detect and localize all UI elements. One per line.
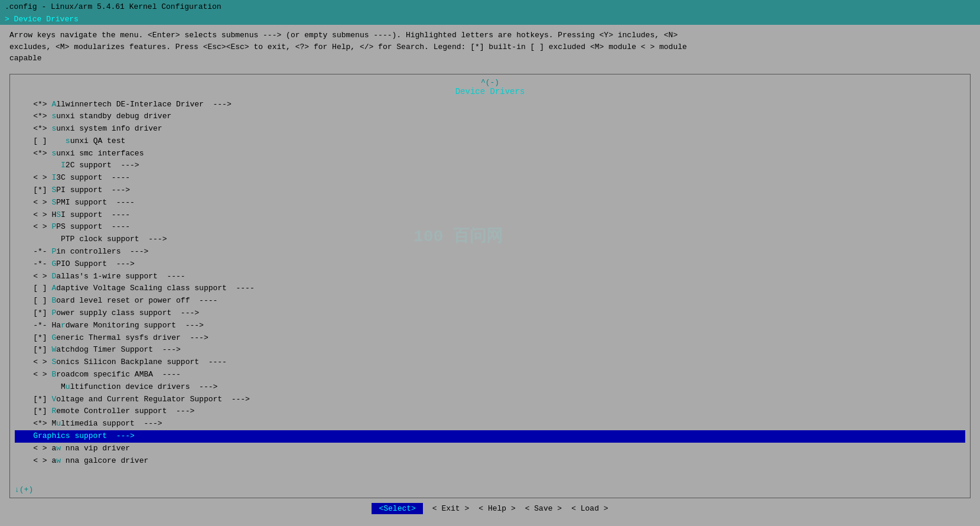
menu-item[interactable]: [*] Power supply class support --->	[15, 307, 965, 320]
menu-item[interactable]: < > HSI support ----	[15, 209, 965, 222]
menu-item[interactable]: [*] Generic Thermal sysfs driver --->	[15, 332, 965, 345]
menu-item[interactable]: -*- GPIO Support --->	[15, 258, 965, 271]
menu-item[interactable]: <*> sunxi standby debug driver	[15, 111, 965, 123]
main-panel: ^(-) Device Drivers <*> Allwinnertech DE…	[0, 69, 980, 527]
breadcrumb-text: > Device Drivers	[5, 15, 79, 24]
help-text: Arrow keys navigate the menu. <Enter> se…	[0, 25, 980, 69]
menu-item[interactable]: < > Dallas's 1-wire support ----	[15, 271, 965, 283]
menu-item[interactable]: [*] Watchdog Timer Support --->	[15, 344, 965, 356]
menu-item[interactable]: PTP clock support --->	[15, 233, 965, 246]
menu-item[interactable]: <*> sunxi system info driver	[15, 123, 965, 135]
breadcrumb: > Device Drivers	[0, 14, 980, 25]
menu-item[interactable]: [*] Voltage and Current Regulator Suppor…	[15, 394, 965, 406]
menu-item[interactable]: < > aw nna vip driver	[15, 443, 965, 455]
menu-item[interactable]: < > Sonics Silicon Backplane support ---…	[15, 356, 965, 369]
select-button[interactable]: <Select>	[372, 503, 422, 514]
exit-button[interactable]: < Exit >	[432, 504, 469, 513]
menu-content: <*> Allwinnertech DE-Interlace Driver --…	[15, 99, 965, 486]
menu-item[interactable]: [ ] sunxi QA test	[15, 135, 965, 148]
save-button[interactable]: < Save >	[525, 504, 562, 513]
panel-border: ^(-) Device Drivers <*> Allwinnertech DE…	[9, 74, 971, 499]
bottom-bar: <Select> < Exit > < Help > < Save > < Lo…	[9, 498, 971, 521]
scroll-top-indicator: ^(-)	[15, 78, 965, 87]
help-line3: capable	[9, 53, 971, 64]
menu-item[interactable]: Graphics support --->	[15, 430, 965, 443]
title-text: .config - Linux/arm 5.4.61 Kernel Config…	[5, 2, 222, 11]
menu-item[interactable]: <*> sunxi smc interfaces	[15, 148, 965, 160]
help-line1: Arrow keys navigate the menu. <Enter> se…	[9, 30, 971, 41]
menu-item[interactable]: I2C support --->	[15, 160, 965, 172]
menu-item[interactable]: [*] SPI support --->	[15, 184, 965, 197]
panel-title: Device Drivers	[15, 87, 965, 96]
title-bar: .config - Linux/arm 5.4.61 Kernel Config…	[0, 0, 980, 14]
menu-item[interactable]: -*- Pin controllers --->	[15, 246, 965, 258]
help-button[interactable]: < Help >	[478, 504, 515, 513]
menu-item[interactable]: [ ] Board level reset or power off ----	[15, 295, 965, 307]
menu-item[interactable]: < > Broadcom specific AMBA ----	[15, 369, 965, 381]
scroll-bottom-indicator: ↓(+)	[15, 485, 965, 494]
menu-item[interactable]: < > PPS support ----	[15, 221, 965, 233]
load-button[interactable]: < Load >	[571, 504, 608, 513]
menu-item[interactable]: < > I3C support ----	[15, 172, 965, 184]
menu-item[interactable]: < > aw nna galcore driver	[15, 455, 965, 467]
menu-item[interactable]: < > SPMI support ----	[15, 197, 965, 209]
menu-item[interactable]: <*> Allwinnertech DE-Interlace Driver --…	[15, 99, 965, 111]
menu-item[interactable]: <*> Multimedia support --->	[15, 418, 965, 430]
menu-item[interactable]: Multifunction device drivers --->	[15, 381, 965, 394]
menu-item[interactable]: -*- Hardware Monitoring support --->	[15, 320, 965, 332]
menu-item[interactable]: [*] Remote Controller support --->	[15, 405, 965, 418]
menu-item[interactable]: [ ] Adaptive Voltage Scaling class suppo…	[15, 283, 965, 295]
main-container: .config - Linux/arm 5.4.61 Kernel Config…	[0, 0, 980, 526]
help-line2: excludes, <M> modularizes features. Pres…	[9, 41, 971, 53]
